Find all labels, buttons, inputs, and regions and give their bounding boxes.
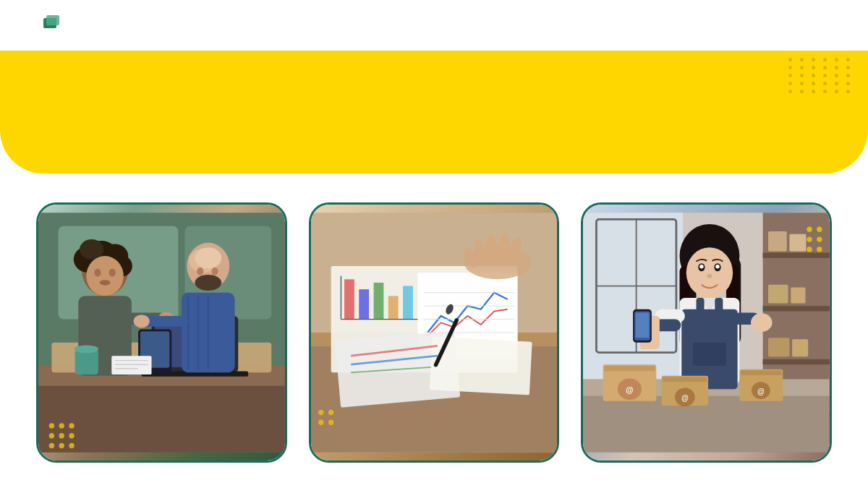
hero-banner: const dotsContainer = document.querySele… bbox=[0, 51, 868, 174]
svg-point-18 bbox=[94, 269, 101, 277]
svg-point-50 bbox=[49, 443, 54, 448]
svg-rect-97 bbox=[768, 231, 787, 252]
gallery-section: @ @ @ bbox=[0, 174, 868, 488]
logo-area bbox=[43, 15, 72, 35]
svg-point-37 bbox=[134, 314, 150, 328]
svg-point-144 bbox=[817, 236, 822, 241]
svg-point-84 bbox=[318, 420, 323, 425]
svg-point-29 bbox=[195, 275, 221, 291]
svg-rect-94 bbox=[763, 306, 830, 311]
svg-point-146 bbox=[817, 247, 822, 252]
svg-point-16 bbox=[80, 239, 103, 260]
svg-rect-102 bbox=[792, 339, 808, 356]
gallery-image-1 bbox=[38, 205, 285, 461]
svg-rect-40 bbox=[111, 356, 151, 374]
svg-point-28 bbox=[195, 247, 221, 268]
svg-rect-120 bbox=[693, 343, 726, 366]
svg-point-83 bbox=[328, 410, 333, 415]
svg-point-48 bbox=[59, 433, 64, 438]
svg-point-141 bbox=[807, 227, 812, 232]
svg-rect-98 bbox=[790, 234, 807, 252]
svg-point-85 bbox=[328, 420, 333, 425]
svg-rect-126 bbox=[636, 312, 649, 338]
svg-rect-58 bbox=[359, 289, 369, 319]
svg-rect-95 bbox=[763, 359, 830, 364]
svg-rect-57 bbox=[344, 279, 354, 319]
svg-text:@: @ bbox=[681, 394, 689, 402]
svg-rect-138 bbox=[741, 370, 782, 374]
svg-rect-99 bbox=[768, 285, 788, 304]
svg-rect-59 bbox=[373, 283, 383, 320]
svg-point-45 bbox=[59, 423, 64, 428]
gallery-card-3: @ @ @ bbox=[581, 202, 832, 463]
svg-point-114 bbox=[716, 265, 720, 269]
svg-text:@: @ bbox=[626, 385, 634, 394]
svg-rect-118 bbox=[697, 298, 705, 314]
svg-rect-88 bbox=[583, 213, 683, 379]
svg-point-31 bbox=[211, 267, 218, 275]
gallery-grid: @ @ @ bbox=[36, 202, 832, 463]
svg-point-49 bbox=[69, 433, 74, 438]
gallery-card-1 bbox=[36, 202, 287, 463]
svg-rect-100 bbox=[791, 287, 806, 303]
svg-point-20 bbox=[100, 280, 111, 285]
svg-rect-1 bbox=[46, 15, 59, 25]
svg-point-46 bbox=[69, 423, 74, 428]
svg-rect-119 bbox=[715, 298, 723, 314]
svg-rect-93 bbox=[763, 253, 830, 258]
svg-point-51 bbox=[59, 443, 64, 448]
svg-rect-134 bbox=[663, 377, 707, 382]
svg-point-52 bbox=[69, 443, 74, 448]
svg-rect-130 bbox=[605, 366, 655, 371]
gallery-image-3: @ @ @ bbox=[583, 205, 830, 461]
svg-point-30 bbox=[197, 267, 203, 275]
svg-point-110 bbox=[686, 247, 733, 298]
svg-point-128 bbox=[751, 313, 772, 332]
navigation bbox=[0, 0, 868, 51]
svg-rect-60 bbox=[388, 296, 398, 319]
svg-rect-101 bbox=[768, 338, 789, 356]
svg-point-115 bbox=[707, 274, 712, 278]
svg-text:@: @ bbox=[757, 388, 765, 395]
svg-point-39 bbox=[75, 345, 98, 353]
svg-point-145 bbox=[807, 247, 812, 252]
logo-icon bbox=[43, 15, 67, 35]
gallery-image-2 bbox=[311, 205, 558, 461]
svg-point-143 bbox=[807, 236, 812, 241]
svg-point-142 bbox=[817, 227, 822, 232]
svg-point-19 bbox=[109, 269, 116, 277]
svg-rect-61 bbox=[403, 286, 413, 320]
gallery-card-2 bbox=[309, 202, 560, 463]
decorative-dots-top-right: const dotsContainer = document.querySele… bbox=[788, 58, 854, 93]
svg-point-47 bbox=[49, 433, 54, 438]
svg-point-44 bbox=[49, 423, 54, 428]
svg-rect-5 bbox=[38, 379, 285, 452]
svg-point-17 bbox=[86, 256, 124, 296]
svg-point-82 bbox=[318, 410, 323, 415]
svg-point-113 bbox=[699, 265, 704, 269]
